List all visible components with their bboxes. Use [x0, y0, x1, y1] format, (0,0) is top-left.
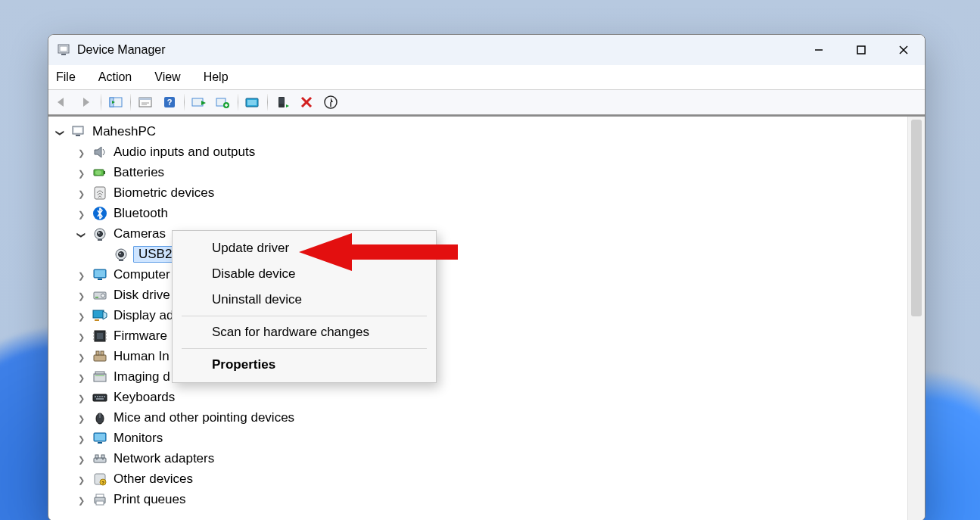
chevron-right-icon[interactable] — [74, 390, 88, 405]
tree-item-label[interactable]: Disk drive — [112, 288, 172, 303]
fingerprint-icon — [92, 185, 107, 201]
tree-category[interactable]: Bluetooth — [48, 203, 907, 223]
tree-item-label[interactable]: Monitors — [112, 431, 164, 446]
tree-item-label[interactable]: Print queues — [112, 492, 187, 507]
scan-hardware-icon[interactable] — [187, 91, 211, 114]
tree-item-label[interactable]: Keyboards — [112, 390, 176, 405]
chevron-right-icon[interactable] — [74, 145, 88, 160]
chevron-right-icon[interactable] — [74, 451, 88, 466]
show-console-tree-icon[interactable] — [104, 91, 128, 114]
svg-rect-50 — [119, 260, 123, 261]
ctx-scan-hardware[interactable]: Scan for hardware changes — [173, 319, 436, 345]
ctx-disable-device[interactable]: Disable device — [173, 261, 436, 287]
ctx-properties[interactable]: Properties — [173, 352, 436, 378]
ctx-separator — [182, 316, 427, 316]
tree-root[interactable]: MaheshPC — [48, 121, 907, 142]
chevron-right-icon[interactable] — [74, 206, 88, 221]
menu-view[interactable]: View — [151, 69, 183, 86]
chevron-right-icon[interactable] — [74, 369, 88, 385]
forward-icon[interactable] — [74, 91, 98, 114]
tree-item-label[interactable]: Firmware — [112, 329, 169, 344]
svg-rect-68 — [94, 355, 106, 361]
tree-category[interactable]: Audio inputs and outputs — [48, 142, 907, 162]
ctx-uninstall-device[interactable]: Uninstall device — [173, 287, 436, 313]
svg-rect-25 — [247, 100, 257, 105]
tree-category[interactable]: Keyboards — [48, 387, 907, 407]
chevron-right-icon[interactable] — [74, 349, 88, 364]
maximize-button[interactable] — [840, 35, 882, 65]
tree-item-label[interactable]: Imaging d — [112, 369, 172, 385]
chevron-right-icon[interactable] — [74, 431, 88, 446]
chevron-right-icon[interactable] — [74, 267, 88, 282]
update-driver-toolbar-icon[interactable] — [241, 91, 265, 114]
ctx-update-driver[interactable]: Update driver — [173, 235, 436, 261]
hid-icon — [92, 349, 107, 364]
tree-category[interactable]: Biometric devices — [48, 182, 907, 203]
tree-item-label[interactable]: Bluetooth — [112, 206, 170, 221]
vertical-scrollbar[interactable] — [907, 117, 925, 520]
svg-point-44 — [98, 231, 103, 236]
svg-rect-59 — [95, 319, 99, 321]
chevron-down-icon[interactable] — [74, 226, 88, 241]
svg-rect-70 — [101, 351, 104, 355]
svg-rect-46 — [98, 239, 102, 241]
enable-device-toolbar-icon[interactable] — [319, 91, 343, 114]
tree-category[interactable]: ?Other devices — [48, 469, 907, 489]
menu-file[interactable]: File — [53, 69, 79, 86]
svg-rect-74 — [93, 394, 107, 401]
chevron-right-icon[interactable] — [74, 185, 88, 201]
tree-item-label[interactable]: Batteries — [112, 165, 166, 180]
tree-item-label[interactable]: Cameras — [112, 226, 167, 241]
tree-category[interactable]: Mice and other pointing devices — [48, 407, 907, 428]
back-icon[interactable] — [50, 91, 74, 114]
svg-rect-72 — [95, 372, 104, 374]
tree-item-label[interactable]: Mice and other pointing devices — [112, 410, 296, 425]
properties-toolbar-icon[interactable] — [133, 91, 157, 114]
tree-item-label[interactable]: Other devices — [112, 472, 194, 487]
tree-category[interactable]: Monitors — [48, 428, 907, 448]
add-legacy-icon[interactable] — [211, 91, 235, 114]
minimize-button[interactable] — [798, 35, 840, 65]
tree-item-label[interactable]: MaheshPC — [91, 124, 157, 139]
tree-item-label[interactable]: Network adapters — [112, 451, 216, 466]
unknown-icon: ? — [92, 472, 107, 487]
svg-marker-28 — [286, 104, 289, 107]
tree-item-label[interactable]: Biometric devices — [112, 185, 216, 201]
svg-rect-1 — [60, 46, 67, 51]
close-button[interactable] — [882, 35, 925, 65]
tree-category[interactable]: Batteries — [48, 162, 907, 182]
svg-rect-56 — [95, 297, 98, 298]
chevron-right-icon[interactable] — [74, 288, 88, 303]
computer-root-icon — [71, 124, 86, 139]
tree-category[interactable]: Network adapters — [48, 448, 907, 469]
svg-point-48 — [119, 251, 124, 257]
chevron-right-icon[interactable] — [74, 308, 88, 323]
uninstall-device-toolbar-icon[interactable] — [270, 91, 294, 114]
tree-item-label[interactable]: Human In — [112, 349, 171, 364]
svg-rect-86 — [94, 458, 106, 462]
chevron-right-icon[interactable] — [74, 472, 88, 487]
chevron-right-icon[interactable] — [74, 165, 88, 180]
tree-item-label[interactable]: Display ad — [112, 308, 175, 323]
svg-rect-39 — [104, 171, 105, 174]
menu-help[interactable]: Help — [201, 69, 232, 86]
app-icon — [56, 42, 71, 58]
svg-point-45 — [98, 232, 100, 233]
svg-rect-84 — [95, 434, 105, 441]
svg-rect-73 — [95, 375, 104, 376]
chevron-right-icon[interactable] — [74, 410, 88, 425]
svg-rect-27 — [279, 98, 284, 104]
chevron-right-icon[interactable] — [74, 329, 88, 344]
chevron-right-icon[interactable] — [74, 492, 88, 507]
tree-item-label[interactable]: Audio inputs and outputs — [112, 145, 257, 160]
disable-device-toolbar-icon[interactable] — [294, 91, 319, 114]
scroll-thumb[interactable] — [911, 120, 922, 316]
tree-category[interactable]: Print queues — [48, 489, 907, 509]
svg-text:?: ? — [167, 98, 173, 107]
svg-rect-18 — [192, 98, 203, 106]
tree-item-label[interactable]: Computer — [112, 267, 172, 282]
chevron-down-icon[interactable] — [53, 124, 67, 139]
menu-action[interactable]: Action — [95, 69, 135, 86]
help-toolbar-icon[interactable]: ? — [157, 91, 182, 114]
camera-icon — [92, 226, 107, 241]
